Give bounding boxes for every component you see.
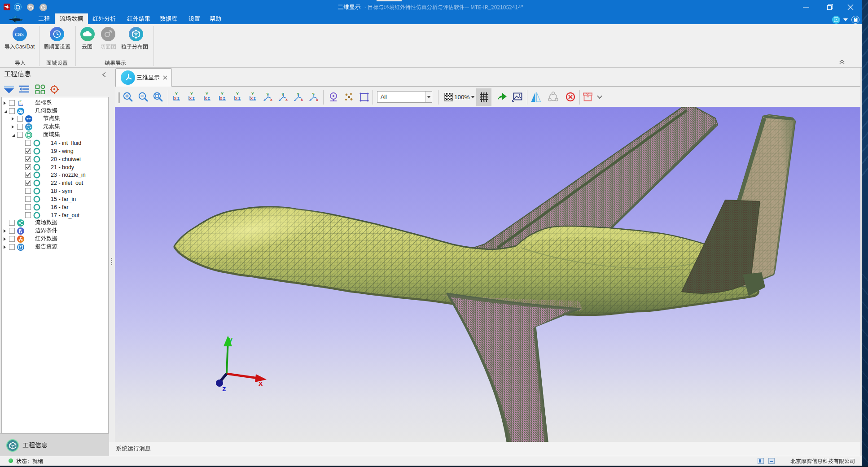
svg-text:x: x: [250, 96, 253, 100]
svg-text:Y: Y: [20, 100, 22, 102]
svg-text:z: z: [254, 96, 256, 100]
svg-text:z: z: [309, 97, 311, 102]
svg-text:Y: Y: [175, 92, 178, 96]
svg-text:z: z: [279, 97, 281, 102]
svg-text:Y: Y: [206, 92, 208, 96]
svg-text:y: y: [228, 335, 233, 344]
svg-text:x: x: [270, 97, 272, 102]
svg-text:z: z: [193, 96, 195, 100]
svg-text:z: z: [294, 97, 296, 102]
svg-text:z: z: [177, 96, 180, 100]
svg-text:x: x: [259, 379, 263, 388]
svg-text:x: x: [22, 103, 23, 105]
svg-text:Y: Y: [190, 92, 193, 96]
svg-text:Y: Y: [236, 92, 239, 96]
svg-text:z: z: [263, 97, 266, 102]
svg-text:z: z: [223, 96, 225, 100]
svg-text:x: x: [316, 97, 318, 102]
svg-text:z: z: [238, 96, 241, 100]
svg-text:z: z: [19, 103, 21, 105]
svg-text:Y: Y: [251, 92, 254, 96]
svg-text:z: z: [208, 96, 210, 100]
svg-text:x: x: [285, 97, 288, 102]
svg-text:x: x: [220, 96, 222, 100]
svg-text:z: z: [222, 384, 226, 393]
svg-text:x: x: [235, 96, 237, 100]
svg-text:x: x: [205, 96, 207, 100]
svg-text:Y: Y: [221, 92, 224, 96]
svg-text:x: x: [189, 96, 192, 100]
svg-text:x: x: [301, 97, 303, 102]
svg-text:x: x: [174, 96, 176, 100]
